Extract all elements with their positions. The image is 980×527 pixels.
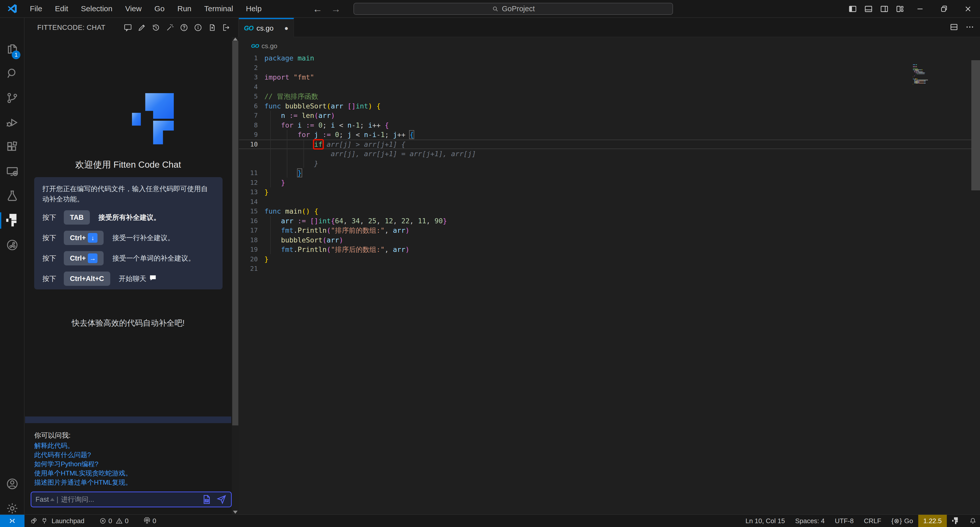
line-number: 4 — [239, 82, 264, 92]
warnings-status[interactable]: 0 — [116, 517, 128, 525]
nav-forward-icon[interactable]: → — [331, 3, 341, 14]
menu-item-run[interactable]: Run — [171, 0, 198, 17]
code-line-17[interactable]: 17 fmt.Println("排序前的数组:", arr) — [239, 226, 971, 235]
toggle-primary-sidebar-icon[interactable] — [845, 0, 861, 18]
split-editor-icon[interactable] — [950, 22, 959, 33]
tab-cs-go[interactable]: GO cs.go ● — [239, 18, 294, 37]
encoding-status[interactable]: UTF-8 — [835, 517, 854, 525]
account-icon[interactable] — [0, 471, 24, 496]
help-question-icon[interactable] — [180, 23, 189, 32]
suggestion-link-5[interactable]: 描述图片并通过单个HTML复现。 — [34, 478, 132, 487]
ghost-row[interactable]: arr[j], arr[j+1] = arr[j+1], arr[j] — [239, 149, 971, 159]
edit-icon[interactable] — [137, 23, 146, 32]
code-line-21[interactable]: 21 — [239, 264, 971, 274]
magic-wand-icon[interactable] — [165, 23, 175, 32]
menu-bar: FileEditSelectionViewGoRunTerminalHelp — [24, 0, 268, 17]
source-control-icon[interactable] — [0, 86, 24, 110]
customize-layout-icon[interactable] — [892, 0, 908, 18]
editor-scrollbar-slider[interactable] — [971, 60, 980, 190]
clear-file-icon[interactable] — [207, 23, 217, 32]
eol-status[interactable]: CRLF — [864, 517, 881, 525]
suggestion-link-3[interactable]: 如何学习Python编程? — [34, 459, 132, 468]
code-line-8[interactable]: 8 for i := 0; i < n-1; i++ { — [239, 121, 971, 130]
history-icon[interactable] — [151, 23, 161, 32]
modified-dot-icon[interactable]: ● — [284, 24, 288, 32]
share-icon[interactable] — [0, 233, 24, 257]
code-line-15[interactable]: 15func main() { — [239, 207, 971, 216]
menu-item-terminal[interactable]: Terminal — [198, 0, 239, 17]
scroll-up-icon[interactable] — [233, 38, 238, 41]
menu-item-go[interactable]: Go — [148, 0, 171, 17]
code-line-20[interactable]: 20} — [239, 255, 971, 264]
code-line-1[interactable]: 1package main — [239, 53, 971, 63]
menu-item-file[interactable]: File — [24, 0, 48, 17]
remote-indicator[interactable] — [0, 515, 24, 527]
remote-explorer-icon[interactable] — [0, 159, 24, 184]
cursor-position-status[interactable]: Ln 10, Col 15 — [746, 517, 785, 525]
testing-icon[interactable] — [0, 184, 24, 208]
info-icon[interactable] — [193, 23, 203, 32]
code-line-2[interactable]: 2 — [239, 63, 971, 73]
menu-item-help[interactable]: Help — [239, 0, 268, 17]
suggestion-link-1[interactable]: 解释此代码。 — [34, 441, 132, 450]
open-in-editor-icon[interactable] — [221, 23, 231, 32]
code-line-4[interactable]: 4 — [239, 82, 971, 92]
chat-scrollbar-slider[interactable] — [232, 41, 239, 425]
send-icon[interactable] — [216, 494, 227, 505]
nav-back-icon[interactable]: ← — [313, 3, 322, 14]
breadcrumb[interactable]: GO cs.go — [251, 39, 277, 53]
suggestion-link-4[interactable]: 使用单个HTML实现贪吃蛇游戏。 — [34, 468, 132, 478]
code-line-18[interactable]: 18 bubbleSort(arr) — [239, 235, 971, 245]
code-line-19[interactable]: 19 fmt.Println("排序后的数组:", arr) — [239, 245, 971, 255]
more-actions-icon[interactable] — [965, 22, 974, 33]
suggestion-link-2[interactable]: 此代码有什么问题? — [34, 450, 132, 459]
press-label: 按下 — [42, 213, 64, 222]
line-number: 21 — [239, 264, 264, 274]
minimap[interactable] — [913, 64, 951, 86]
errors-status[interactable]: 0 — [99, 517, 112, 525]
toggle-panel-icon[interactable] — [861, 0, 877, 18]
code-line-14[interactable]: 14 — [239, 197, 971, 207]
notifications-bell-icon[interactable] — [969, 517, 977, 524]
ports-status[interactable]: 0 — [143, 517, 156, 525]
code-line-5[interactable]: 5// 冒泡排序函数 — [239, 92, 971, 101]
search-icon[interactable] — [0, 61, 24, 86]
indentation-status[interactable]: Spaces: 4 — [795, 517, 825, 525]
breadcrumb-item[interactable]: cs.go — [262, 42, 277, 50]
model-selector[interactable]: Fast — [35, 496, 49, 503]
scroll-down-icon[interactable] — [233, 511, 238, 514]
code-line-6[interactable]: 6func bubbleSort(arr []int) { — [239, 101, 971, 111]
upload-image-icon[interactable] — [201, 494, 212, 505]
code-line-10[interactable]: 10 if arr[j] > arr[j+1] { — [239, 140, 971, 149]
code-editor[interactable]: 1package main23import "fmt"45// 冒泡排序函数6f… — [239, 53, 980, 514]
code-line-12[interactable]: 12 } — [239, 178, 971, 188]
menu-item-view[interactable]: View — [119, 0, 148, 17]
code-line-11[interactable]: 11 } — [239, 168, 971, 178]
restore-button[interactable] — [932, 0, 956, 18]
command-center-search[interactable]: GoProject — [353, 3, 673, 15]
toggle-secondary-sidebar-icon[interactable] — [877, 0, 892, 18]
extensions-icon[interactable] — [0, 135, 24, 159]
minimize-button[interactable] — [908, 0, 932, 18]
chat-scrollbar[interactable] — [232, 37, 239, 514]
language-mode-status[interactable]: {⊗} Go — [891, 517, 913, 525]
fitten-status-icon[interactable] — [952, 517, 959, 524]
code-line-9[interactable]: 9 for j := 0; j < n-i-1; j++ { — [239, 130, 971, 140]
explorer-icon[interactable] — [0, 37, 24, 61]
run-debug-icon[interactable] — [0, 110, 24, 135]
code-line-7[interactable]: 7 n := len(arr) — [239, 111, 971, 121]
close-button[interactable] — [956, 0, 980, 18]
key-chip: Ctrl+→ — [64, 251, 103, 266]
menu-item-edit[interactable]: Edit — [48, 0, 75, 17]
menu-item-selection[interactable]: Selection — [75, 0, 119, 17]
shortcut-description: 接受一行补全建议。 — [112, 233, 174, 242]
new-chat-icon[interactable] — [123, 23, 132, 32]
chat-input[interactable]: Fast | 进行询问... — [30, 492, 232, 507]
code-line-16[interactable]: 16 arr := []int{64, 34, 25, 12, 22, 11, … — [239, 216, 971, 226]
code-line-3[interactable]: 3import "fmt" — [239, 72, 971, 82]
go-version-badge[interactable]: 1.22.5 — [918, 515, 947, 527]
fitten-code-icon[interactable] — [0, 208, 24, 233]
launchpad-status[interactable]: Launchpad — [52, 517, 84, 525]
ghost-row[interactable]: } — [239, 159, 971, 169]
code-line-13[interactable]: 13} — [239, 187, 971, 197]
